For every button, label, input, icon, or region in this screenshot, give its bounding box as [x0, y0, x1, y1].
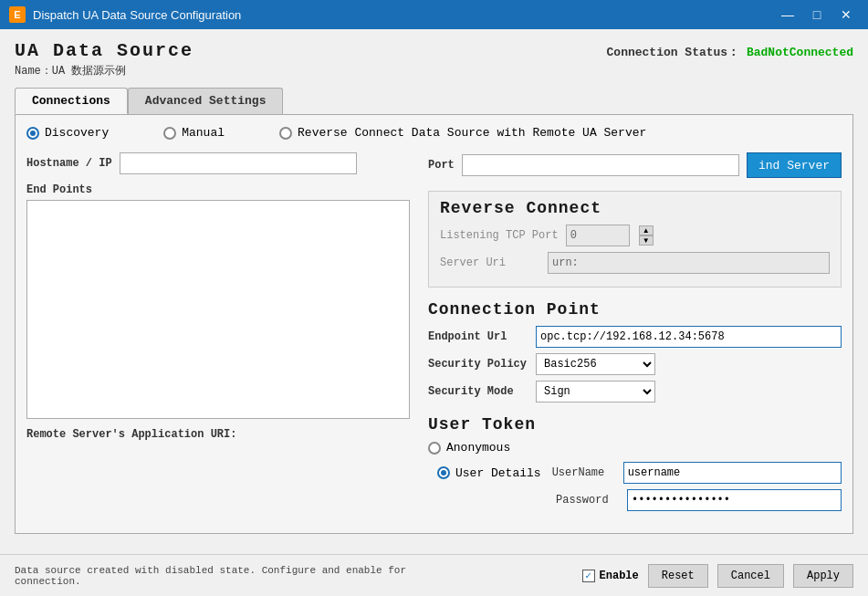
password-input[interactable] — [627, 489, 842, 511]
header-area: UA Data Source Name：UA 数据源示例 Connection … — [15, 40, 853, 78]
username-label: UserName — [552, 466, 616, 479]
endpoints-label: End Points — [26, 183, 410, 196]
connections-panel: Discovery Manual Reverse Connect Data So… — [15, 114, 853, 534]
find-server-button[interactable]: ind Server — [747, 152, 842, 178]
security-mode-select-wrap: Sign None SignAndEncrypt — [536, 381, 655, 403]
reverse-connect-title: Reverse Connect — [440, 199, 830, 217]
enable-label: Enable — [600, 570, 639, 582]
listening-tcp-row: Listening TCP Port ▲ ▼ — [440, 225, 830, 246]
user-details-radio[interactable] — [437, 466, 450, 479]
endpoints-box — [26, 200, 410, 419]
bottom-bar: Data source created with disabled state.… — [0, 554, 868, 596]
spinner-up[interactable]: ▲ — [639, 225, 654, 235]
conn-status-value: BadNotConnected — [747, 46, 853, 59]
datasource-title: UA Data Source — [15, 40, 193, 61]
radio-reverse-circle[interactable] — [279, 127, 292, 140]
title-bar: E Dispatch UA Data Source Configuration … — [0, 0, 868, 29]
listening-tcp-input[interactable] — [566, 225, 630, 246]
tab-advanced-settings[interactable]: Advanced Settings — [128, 88, 284, 114]
window-title: Dispatch UA Data Source Configuration — [33, 8, 241, 22]
anonymous-row[interactable]: Anonymous — [428, 441, 842, 455]
password-row: Password — [437, 489, 842, 511]
radio-discovery[interactable]: Discovery — [26, 126, 109, 140]
security-mode-label: Security Mode — [428, 385, 528, 398]
security-mode-select[interactable]: Sign None SignAndEncrypt — [536, 381, 655, 403]
endpoint-url-row: Endpoint Url — [428, 326, 842, 348]
port-label: Port — [428, 159, 455, 172]
user-details-label: User Details — [455, 466, 541, 480]
spinner-down[interactable]: ▼ — [639, 235, 654, 246]
tab-connections[interactable]: Connections — [15, 88, 128, 114]
user-token-title: User Token — [428, 415, 842, 434]
username-row: User Details UserName — [437, 462, 842, 484]
remote-uri-label: Remote Server's Application URI: — [26, 428, 410, 441]
bottom-status-text: Data source created with disabled state.… — [15, 565, 471, 587]
header-left: UA Data Source Name：UA 数据源示例 — [15, 40, 193, 78]
bottom-controls: Enable Reset Cancel Apply — [582, 564, 853, 588]
username-input[interactable] — [623, 462, 842, 484]
connection-point-section: Connection Point Endpoint Url Security P… — [428, 300, 842, 403]
radio-manual-label: Manual — [182, 126, 225, 140]
user-details-radio-row: User Details — [437, 466, 541, 480]
radio-row: Discovery Manual Reverse Connect Data So… — [26, 126, 842, 140]
radio-discovery-label: Discovery — [45, 126, 109, 140]
server-uri-label: Server Uri — [440, 256, 540, 269]
endpoint-url-input[interactable] — [536, 326, 842, 348]
password-label: Password — [556, 494, 620, 507]
anonymous-label: Anonymous — [446, 441, 510, 455]
tcp-port-spinner: ▲ ▼ — [639, 225, 654, 246]
title-bar-controls: — □ ✕ — [775, 5, 859, 24]
radio-manual-circle[interactable] — [163, 127, 176, 140]
security-policy-select-wrap: Basic256 None Basic128Rsa15 Basic256Sha2… — [536, 353, 655, 375]
radio-reverse-connect[interactable]: Reverse Connect Data Source with Remote … — [279, 126, 646, 140]
port-input[interactable] — [462, 154, 739, 176]
user-token-section: User Token Anonymous User Details UserNa… — [428, 415, 842, 511]
conn-status-label: Connection Status： — [607, 46, 740, 59]
port-row: Port ind Server — [428, 152, 842, 178]
two-col-layout: Hostname / IP End Points Remote Server's… — [26, 152, 842, 517]
ds-name-value: UA 数据源示例 — [52, 65, 127, 78]
left-column: Hostname / IP End Points Remote Server's… — [26, 152, 410, 517]
right-column: Port ind Server Reverse Connect Listenin… — [428, 152, 842, 517]
ds-name-label: Name： — [15, 65, 52, 78]
security-mode-row: Security Mode Sign None SignAndEncrypt — [428, 381, 842, 403]
radio-reverse-label: Reverse Connect Data Source with Remote … — [298, 126, 646, 140]
server-uri-row: Server Uri — [440, 252, 830, 274]
app-icon: E — [9, 6, 26, 23]
hostname-row: Hostname / IP — [26, 152, 410, 174]
listening-tcp-label: Listening TCP Port — [440, 229, 559, 242]
user-token-form: User Details UserName Password — [428, 462, 842, 511]
radio-manual[interactable]: Manual — [163, 126, 225, 140]
server-uri-input[interactable] — [548, 252, 830, 274]
maximize-button[interactable]: □ — [804, 5, 830, 24]
main-content: UA Data Source Name：UA 数据源示例 Connection … — [0, 29, 868, 545]
hostname-label: Hostname / IP — [26, 157, 112, 170]
security-policy-select[interactable]: Basic256 None Basic128Rsa15 Basic256Sha2… — [536, 353, 655, 375]
reset-button[interactable]: Reset — [648, 564, 708, 588]
title-bar-left: E Dispatch UA Data Source Configuration — [9, 6, 241, 23]
tabs-area: Connections Advanced Settings — [15, 88, 853, 114]
datasource-name: Name：UA 数据源示例 — [15, 63, 193, 78]
connection-point-title: Connection Point — [428, 300, 842, 319]
reverse-connect-section: Reverse Connect Listening TCP Port ▲ ▼ S… — [428, 191, 842, 288]
apply-button[interactable]: Apply — [793, 564, 853, 588]
minimize-button[interactable]: — — [775, 5, 800, 24]
enable-checkbox-group[interactable]: Enable — [582, 570, 639, 582]
security-policy-row: Security Policy Basic256 None Basic128Rs… — [428, 353, 842, 375]
cancel-button[interactable]: Cancel — [717, 564, 784, 588]
radio-discovery-circle[interactable] — [26, 127, 39, 140]
enable-checkbox[interactable] — [582, 570, 595, 582]
anonymous-radio[interactable] — [428, 442, 441, 455]
hostname-input[interactable] — [120, 152, 357, 174]
close-button[interactable]: ✕ — [833, 5, 859, 24]
connection-status-area: Connection Status： BadNotConnected — [607, 40, 853, 60]
security-policy-label: Security Policy — [428, 358, 528, 371]
endpoint-url-label: Endpoint Url — [428, 330, 528, 343]
